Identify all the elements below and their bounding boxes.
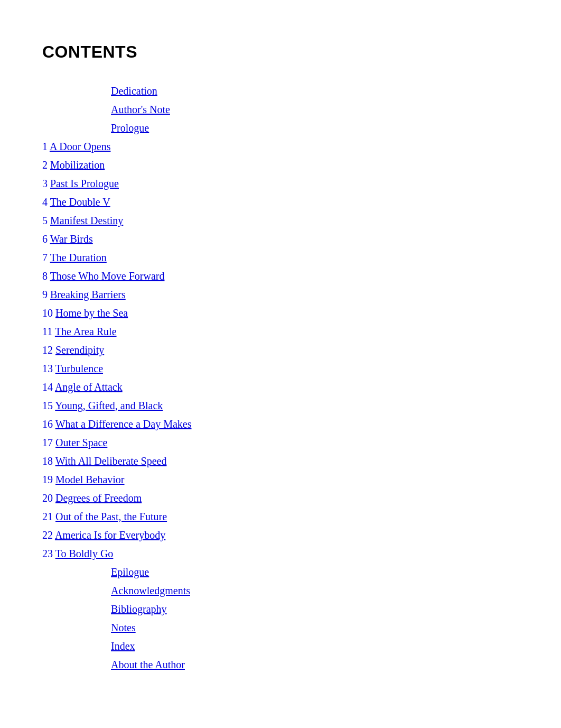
chapter-23-number: 23	[42, 548, 53, 559]
back-matter-notes: Notes	[42, 620, 519, 636]
chapter-11: 11 The Area Rule	[42, 324, 519, 340]
link-chapter-1[interactable]: A Door Opens	[50, 141, 111, 152]
chapter-17-number: 17	[42, 437, 53, 448]
link-epilogue[interactable]: Epilogue	[111, 566, 149, 578]
link-chapter-23[interactable]: To Boldly Go	[55, 548, 114, 559]
chapter-18: 18 With All Deliberate Speed	[42, 453, 519, 469]
chapter-8: 8 Those Who Move Forward	[42, 268, 519, 284]
link-chapter-14[interactable]: Angle of Attack	[55, 381, 123, 393]
back-matter-about-author: About the Author	[42, 657, 519, 673]
chapter-21: 21 Out of the Past, the Future	[42, 509, 519, 525]
chapter-16: 16 What a Difference a Day Makes	[42, 416, 519, 432]
link-chapter-17[interactable]: Outer Space	[55, 437, 107, 448]
chapter-1-number: 1	[42, 141, 48, 152]
link-chapter-22[interactable]: America Is for Everybody	[55, 529, 165, 541]
chapter-23: 23 To Boldly Go	[42, 546, 519, 562]
link-chapter-3[interactable]: Past Is Prologue	[50, 178, 119, 189]
link-chapter-15[interactable]: Young, Gifted, and Black	[55, 400, 163, 411]
link-chapter-21[interactable]: Out of the Past, the Future	[55, 511, 167, 522]
chapter-13: 13 Turbulence	[42, 361, 519, 377]
chapter-18-number: 18	[42, 455, 53, 467]
chapter-10: 10 Home by the Sea	[42, 305, 519, 321]
chapter-9-number: 9	[42, 289, 48, 300]
chapter-2-number: 2	[42, 159, 48, 171]
link-chapter-2[interactable]: Mobilization	[50, 159, 105, 171]
chapter-9: 9 Breaking Barriers	[42, 287, 519, 303]
link-chapter-18[interactable]: With All Deliberate Speed	[55, 455, 167, 467]
chapter-3-number: 3	[42, 178, 48, 189]
link-chapter-6[interactable]: War Birds	[50, 233, 93, 245]
chapter-16-number: 16	[42, 418, 53, 430]
link-chapter-11[interactable]: The Area Rule	[55, 326, 117, 337]
back-matter-epilogue: Epilogue	[42, 564, 519, 580]
link-authors-note[interactable]: Author's Note	[111, 104, 170, 115]
back-matter-index: Index	[42, 638, 519, 655]
link-chapter-19[interactable]: Model Behavior	[55, 474, 125, 485]
chapter-6: 6 War Birds	[42, 231, 519, 247]
chapter-20: 20 Degrees of Freedom	[42, 490, 519, 506]
link-dedication[interactable]: Dedication	[111, 85, 157, 97]
chapter-14: 14 Angle of Attack	[42, 379, 519, 395]
front-matter-dedication: Dedication	[42, 83, 519, 99]
link-chapter-5[interactable]: Manifest Destiny	[50, 215, 123, 226]
chapter-3: 3 Past Is Prologue	[42, 176, 519, 192]
chapter-5: 5 Manifest Destiny	[42, 213, 519, 229]
back-matter-bibliography: Bibliography	[42, 601, 519, 618]
chapter-13-number: 13	[42, 363, 53, 374]
link-index[interactable]: Index	[111, 640, 135, 652]
chapter-20-number: 20	[42, 492, 53, 504]
chapter-17: 17 Outer Space	[42, 435, 519, 451]
link-bibliography[interactable]: Bibliography	[111, 603, 167, 615]
toc-list: Dedication Author's Note Prologue 1 A Do…	[42, 83, 519, 673]
chapter-7-number: 7	[42, 252, 48, 263]
chapter-1: 1 A Door Opens	[42, 139, 519, 155]
chapter-19-number: 19	[42, 474, 53, 485]
chapter-12: 12 Serendipity	[42, 342, 519, 358]
chapter-8-number: 8	[42, 270, 48, 282]
link-chapter-13[interactable]: Turbulence	[55, 363, 103, 374]
chapter-6-number: 6	[42, 233, 48, 245]
chapter-14-number: 14	[42, 381, 53, 393]
chapter-12-number: 12	[42, 344, 53, 356]
link-notes[interactable]: Notes	[111, 622, 136, 633]
chapter-22: 22 America Is for Everybody	[42, 527, 519, 543]
chapter-15: 15 Young, Gifted, and Black	[42, 398, 519, 414]
link-chapter-7[interactable]: The Duration	[50, 252, 107, 263]
link-chapter-9[interactable]: Breaking Barriers	[50, 289, 126, 300]
chapter-5-number: 5	[42, 215, 48, 226]
link-chapter-20[interactable]: Degrees of Freedom	[55, 492, 142, 504]
page-title: CONTENTS	[42, 42, 519, 62]
back-matter-acknowledgments: Acknowledgments	[42, 583, 519, 599]
chapter-21-number: 21	[42, 511, 53, 522]
link-chapter-16[interactable]: What a Difference a Day Makes	[55, 418, 192, 430]
link-chapter-10[interactable]: Home by the Sea	[55, 307, 128, 319]
chapter-4-number: 4	[42, 196, 48, 208]
front-matter-prologue: Prologue	[42, 120, 519, 136]
chapter-2: 2 Mobilization	[42, 157, 519, 173]
link-chapter-8[interactable]: Those Who Move Forward	[50, 270, 165, 282]
chapter-15-number: 15	[42, 400, 53, 411]
chapter-10-number: 10	[42, 307, 53, 319]
chapter-11-number: 11	[42, 326, 52, 337]
link-about-author[interactable]: About the Author	[111, 659, 185, 670]
link-prologue[interactable]: Prologue	[111, 122, 149, 134]
link-chapter-4[interactable]: The Double V	[50, 196, 110, 208]
chapter-19: 19 Model Behavior	[42, 472, 519, 488]
front-matter-authors-note: Author's Note	[42, 102, 519, 118]
link-chapter-12[interactable]: Serendipity	[55, 344, 104, 356]
chapter-7: 7 The Duration	[42, 250, 519, 266]
chapter-22-number: 22	[42, 529, 53, 541]
link-acknowledgments[interactable]: Acknowledgments	[111, 585, 190, 596]
chapter-4: 4 The Double V	[42, 194, 519, 210]
